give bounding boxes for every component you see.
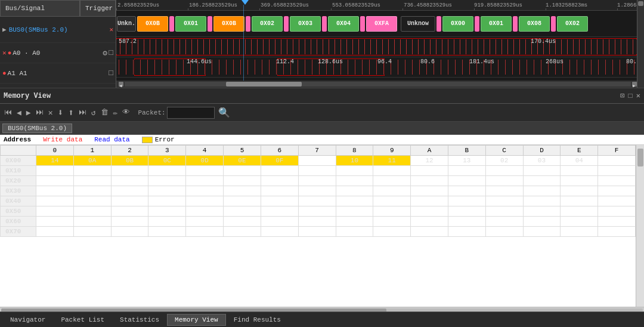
a0-pulses [116, 39, 637, 54]
tab-navigator[interactable]: Navigator [2, 314, 53, 326]
table-row: 0X20 [1, 176, 636, 186]
float-icon[interactable]: ⊡ [620, 91, 624, 100]
addr-cell-0x00: 0X00 [1, 156, 36, 166]
scroll-left-arrow[interactable]: ◂ [119, 82, 123, 87]
cell-0x00-b: 13 [448, 156, 485, 166]
table-row: 0X70 [1, 227, 636, 237]
packet-sep-8 [475, 16, 479, 32]
play-btn[interactable]: ▶ [24, 107, 33, 119]
tab-packet-list[interactable]: Packet List [53, 314, 112, 326]
error-label: Error [155, 136, 175, 143]
addr-cell-0x60: 0X60 [1, 217, 36, 227]
trigger-label: Trigger [85, 5, 113, 12]
a1-timing-5: 80.6 [420, 58, 435, 65]
delete-btn[interactable]: 🗑 [99, 107, 110, 118]
tab-statistics[interactable]: Statistics [112, 314, 167, 326]
bus-subtab-label: BUS0(SMBus 2.0) [8, 125, 67, 132]
upload-btn[interactable]: ⬆ [66, 106, 76, 120]
a1-copy-icon[interactable]: □ [109, 69, 113, 78]
skip-btn[interactable]: ⏭ [77, 107, 88, 118]
table-row: 0X50 [1, 206, 636, 217]
a0-dot: ● [8, 50, 12, 57]
bus-play-icon[interactable]: ▶ [2, 26, 7, 33]
packet-input[interactable] [167, 107, 215, 119]
eye-btn[interactable]: 👁 [120, 107, 132, 118]
cell-0x00-a: 12 [411, 156, 448, 166]
scroll-right-arrow[interactable]: ▸ [632, 82, 637, 87]
time-marker[interactable] [242, 0, 249, 5]
cell-0x00-8: 10 [336, 156, 373, 166]
table-row: 0X00 14 0A 0B 0C 0D 0E 0F 10 11 [1, 156, 636, 166]
scroll-thumb[interactable] [226, 82, 302, 87]
timeline-area: 2.858823529us 186.258823529us 369.658823… [116, 0, 637, 88]
addr-col-header [1, 146, 36, 156]
a0-config-icon[interactable]: ⚙ [103, 48, 107, 58]
table-scroll[interactable]: 0 1 2 3 4 5 6 7 8 9 A B [0, 145, 636, 307]
bottom-tab-bar: Navigator Packet List Statistics Memory … [0, 311, 644, 327]
close-mv-icon[interactable]: ✕ [636, 91, 640, 100]
packet-sep-7 [436, 16, 441, 32]
last-btn[interactable]: ⏭ [34, 107, 45, 118]
table-vscrollbar[interactable] [636, 145, 644, 307]
packet-0x08: 0X08 [519, 16, 550, 32]
cell-0x00-3: 0C [148, 156, 186, 166]
table-row: 0X30 [1, 186, 636, 196]
trigger-tab[interactable]: Trigger [80, 0, 116, 17]
cell-0x00-2: 0B [111, 156, 148, 166]
maximize-icon[interactable]: □ [628, 92, 633, 100]
edit-btn[interactable]: ✏ [112, 107, 120, 119]
ruler-tick-6: 1.103258823ms [546, 2, 587, 8]
cell-0x00-7 [298, 156, 336, 166]
ruler-tick-0: 2.858823529us [117, 2, 159, 8]
vscroll-thumb[interactable] [638, 1, 643, 6]
addr-cell-0x70: 0X70 [1, 227, 36, 237]
table-vscroll-thumb[interactable] [637, 149, 643, 166]
error-color-box [142, 137, 153, 143]
col-d: D [523, 146, 561, 156]
tab-memory-view[interactable]: Memory View [167, 314, 226, 326]
addr-cell-0x30: 0X30 [1, 186, 36, 196]
col-a: A [411, 146, 448, 156]
packet-sep-4 [284, 16, 289, 32]
table-row: 0X10 [1, 166, 636, 176]
packet-0x04: 0X04 [328, 16, 359, 32]
col-0: 0 [36, 146, 74, 156]
col-2: 2 [111, 146, 148, 156]
bus-signal-tab[interactable]: Bus/Signal [0, 0, 80, 17]
packet-sep-10 [551, 16, 556, 32]
a1-waveform-track: 144.6us 112.4 128.6us 96.4 80.6 181.4us … [116, 57, 637, 78]
bus-subtab[interactable]: BUS0(SMBus 2.0) [2, 124, 72, 133]
stop-btn[interactable]: ✕ [47, 107, 55, 119]
ruler-tick-5: 919.858823529us [474, 2, 522, 8]
packet-0x0b-1: 0X0B [137, 16, 168, 32]
bus-waveform-track: Unkn. 0X0B 0X01 0X0B 0X02 [116, 11, 637, 37]
packet-unkn: Unkn. [117, 16, 136, 32]
a0-copy-icon[interactable]: □ [109, 48, 113, 57]
packet-sep-9 [513, 16, 518, 32]
a1-name: A1 A1 [8, 70, 27, 77]
search-icon[interactable]: 🔍 [218, 107, 230, 119]
a0-timing-label-2: 170.4us [531, 38, 556, 45]
address-header: Address [4, 136, 31, 143]
a1-timing-4: 96.4 [377, 58, 392, 65]
tab-find-results[interactable]: Find Results [226, 314, 289, 326]
packet-label: Packet: [138, 109, 165, 116]
download-btn[interactable]: ⬇ [55, 106, 65, 120]
refresh-btn[interactable]: ↺ [89, 107, 98, 119]
ruler-tick-4: 736.458823529us [404, 2, 452, 8]
a1-signal-row: ● A1 A1 □ [0, 63, 116, 84]
scroll-track[interactable] [125, 82, 631, 87]
first-btn[interactable]: ⏮ [2, 107, 14, 118]
waveform-vscrollbar[interactable] [637, 0, 644, 88]
a0-waveform-track: 587.2 170.4us [116, 37, 637, 57]
cell-0x00-d: 03 [523, 156, 561, 166]
a1-timing-3: 128.6us [318, 58, 343, 65]
prev-btn[interactable]: ◀ [15, 107, 23, 119]
memory-view: Memory View ⊡ □ ✕ ⏮ ◀ ▶ ⏭ ✕ ⬇ ⬆ ⏭ ↺ 🗑 ✏ … [0, 88, 644, 314]
cell-0x00-0: 14 [36, 156, 74, 166]
memory-view-toolbar: ⏮ ◀ ▶ ⏭ ✕ ⬇ ⬆ ⏭ ↺ 🗑 ✏ 👁 Packet: 🔍 [0, 104, 644, 122]
cell-0x00-5: 0E [224, 156, 261, 166]
packet-0x02-2: 0X02 [557, 16, 588, 32]
bus-close-icon[interactable]: ✕ [109, 26, 113, 33]
waveform-hscrollbar[interactable]: ◂ ▸ [116, 81, 637, 88]
